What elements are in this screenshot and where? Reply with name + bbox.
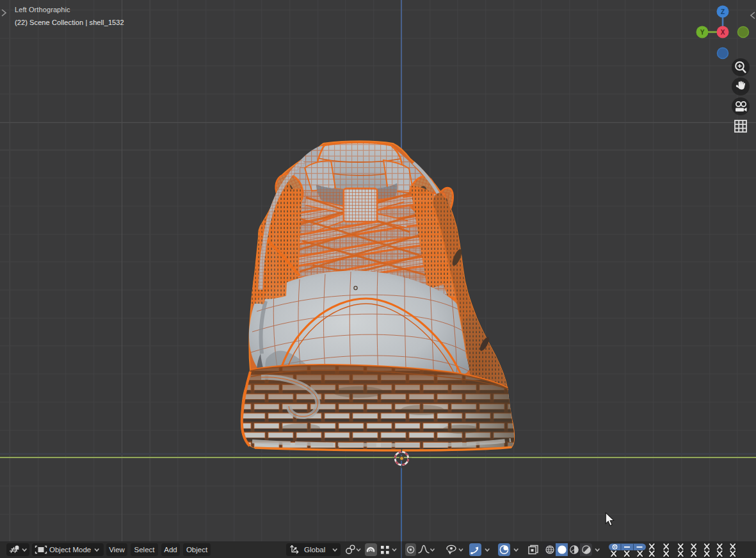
svg-text:Y: Y (700, 29, 705, 36)
svg-text:Z: Z (721, 8, 725, 15)
svg-text:X: X (721, 29, 725, 36)
